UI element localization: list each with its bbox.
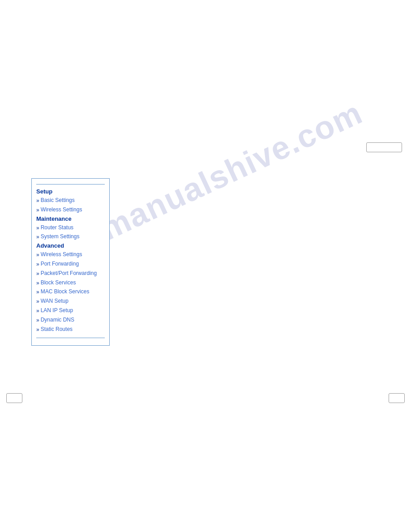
nav-item-dynamic-dns[interactable]: » Dynamic DNS [36, 316, 105, 324]
nav-item-static-routes[interactable]: » Static Routes [36, 326, 105, 334]
bullet-system-settings: » [36, 233, 39, 241]
link-lan-ip-setup[interactable]: LAN IP Setup [41, 307, 73, 314]
link-packet-port-forwarding[interactable]: Packet/Port Forwarding [41, 270, 97, 277]
bullet-static-routes: » [36, 326, 39, 334]
nav-item-mac-block-services[interactable]: » MAC Block Services [36, 288, 105, 296]
bullet-wireless-settings-setup: » [36, 206, 39, 214]
sidebar: Setup » Basic Settings » Wireless Settin… [31, 178, 110, 346]
nav-item-basic-settings[interactable]: » Basic Settings [36, 197, 105, 205]
link-system-settings[interactable]: System Settings [41, 233, 80, 240]
bullet-lan-ip-setup: » [36, 307, 39, 315]
bullet-basic-settings: » [36, 197, 39, 205]
sidebar-top-divider [36, 184, 105, 184]
bullet-port-forwarding: » [36, 261, 39, 268]
bottom-left-button[interactable] [6, 393, 22, 403]
bullet-router-status: » [36, 224, 39, 232]
link-block-services[interactable]: Block Services [41, 279, 76, 287]
link-port-forwarding[interactable]: Port Forwarding [41, 260, 79, 268]
bullet-wan-setup: » [36, 298, 39, 305]
nav-item-port-forwarding[interactable]: » Port Forwarding [36, 260, 105, 268]
link-wireless-settings-setup[interactable]: Wireless Settings [41, 206, 82, 214]
link-router-status[interactable]: Router Status [41, 224, 73, 232]
bullet-block-services: » [36, 279, 39, 287]
bullet-dynamic-dns: » [36, 317, 39, 324]
bullet-mac-block-services: » [36, 288, 39, 296]
nav-item-packet-port-forwarding[interactable]: » Packet/Port Forwarding [36, 270, 105, 278]
nav-item-block-services[interactable]: » Block Services [36, 279, 105, 287]
link-wan-setup[interactable]: WAN Setup [41, 297, 68, 305]
bottom-right-button[interactable] [389, 393, 405, 403]
nav-item-lan-ip-setup[interactable]: » LAN IP Setup [36, 307, 105, 315]
nav-item-wireless-settings-setup[interactable]: » Wireless Settings [36, 206, 105, 214]
link-dynamic-dns[interactable]: Dynamic DNS [41, 316, 74, 324]
nav-item-wan-setup[interactable]: » WAN Setup [36, 297, 105, 305]
link-static-routes[interactable]: Static Routes [41, 326, 73, 333]
section-header-advanced: Advanced [36, 242, 105, 249]
section-header-setup: Setup [36, 188, 105, 195]
link-wireless-settings-advanced[interactable]: Wireless Settings [41, 251, 82, 258]
bullet-packet-port-forwarding: » [36, 270, 39, 278]
section-header-maintenance: Maintenance [36, 215, 105, 222]
nav-item-router-status[interactable]: » Router Status [36, 224, 105, 232]
link-basic-settings[interactable]: Basic Settings [41, 197, 75, 204]
bullet-wireless-settings-advanced: » [36, 251, 39, 259]
watermark: manualshive.com [95, 94, 368, 247]
link-mac-block-services[interactable]: MAC Block Services [41, 288, 90, 296]
nav-item-system-settings[interactable]: » System Settings [36, 233, 105, 241]
nav-item-wireless-settings-advanced[interactable]: » Wireless Settings [36, 251, 105, 259]
sidebar-bottom-divider [36, 338, 105, 338]
top-right-button[interactable] [366, 142, 402, 152]
